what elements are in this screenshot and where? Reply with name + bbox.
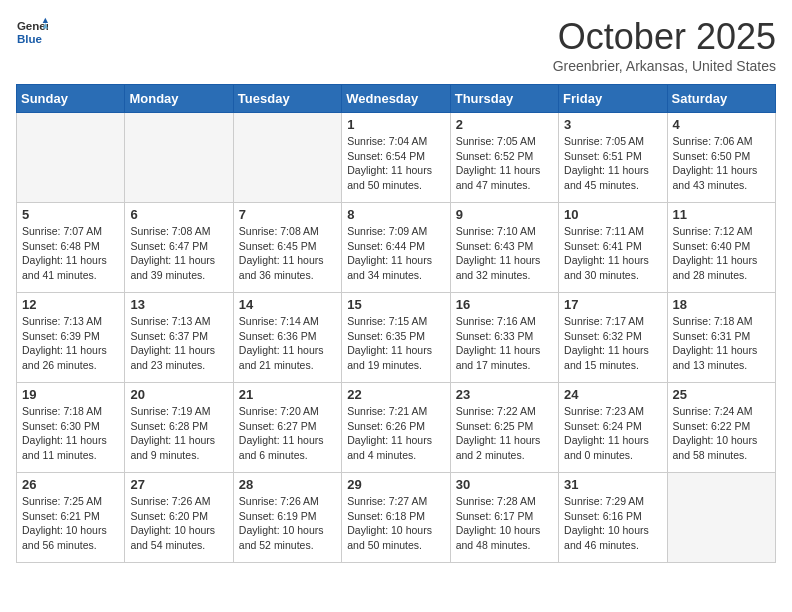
day-number: 23 <box>456 387 553 402</box>
day-info: Sunrise: 7:23 AM Sunset: 6:24 PM Dayligh… <box>564 404 661 463</box>
day-info: Sunrise: 7:16 AM Sunset: 6:33 PM Dayligh… <box>456 314 553 373</box>
table-row: 22Sunrise: 7:21 AM Sunset: 6:26 PM Dayli… <box>342 383 450 473</box>
day-number: 2 <box>456 117 553 132</box>
day-info: Sunrise: 7:10 AM Sunset: 6:43 PM Dayligh… <box>456 224 553 283</box>
table-row: 9Sunrise: 7:10 AM Sunset: 6:43 PM Daylig… <box>450 203 558 293</box>
table-row: 14Sunrise: 7:14 AM Sunset: 6:36 PM Dayli… <box>233 293 341 383</box>
title-block: October 2025 Greenbrier, Arkansas, Unite… <box>553 16 776 74</box>
table-row <box>125 113 233 203</box>
day-info: Sunrise: 7:11 AM Sunset: 6:41 PM Dayligh… <box>564 224 661 283</box>
day-info: Sunrise: 7:12 AM Sunset: 6:40 PM Dayligh… <box>673 224 770 283</box>
table-row: 27Sunrise: 7:26 AM Sunset: 6:20 PM Dayli… <box>125 473 233 563</box>
col-thursday: Thursday <box>450 85 558 113</box>
day-info: Sunrise: 7:26 AM Sunset: 6:20 PM Dayligh… <box>130 494 227 553</box>
day-number: 16 <box>456 297 553 312</box>
day-info: Sunrise: 7:15 AM Sunset: 6:35 PM Dayligh… <box>347 314 444 373</box>
day-info: Sunrise: 7:28 AM Sunset: 6:17 PM Dayligh… <box>456 494 553 553</box>
table-row: 21Sunrise: 7:20 AM Sunset: 6:27 PM Dayli… <box>233 383 341 473</box>
day-number: 5 <box>22 207 119 222</box>
day-number: 1 <box>347 117 444 132</box>
day-number: 20 <box>130 387 227 402</box>
table-row: 5Sunrise: 7:07 AM Sunset: 6:48 PM Daylig… <box>17 203 125 293</box>
day-number: 14 <box>239 297 336 312</box>
calendar-subtitle: Greenbrier, Arkansas, United States <box>553 58 776 74</box>
table-row: 19Sunrise: 7:18 AM Sunset: 6:30 PM Dayli… <box>17 383 125 473</box>
table-row <box>17 113 125 203</box>
table-row: 15Sunrise: 7:15 AM Sunset: 6:35 PM Dayli… <box>342 293 450 383</box>
day-info: Sunrise: 7:21 AM Sunset: 6:26 PM Dayligh… <box>347 404 444 463</box>
day-number: 18 <box>673 297 770 312</box>
day-number: 11 <box>673 207 770 222</box>
day-info: Sunrise: 7:27 AM Sunset: 6:18 PM Dayligh… <box>347 494 444 553</box>
table-row: 6Sunrise: 7:08 AM Sunset: 6:47 PM Daylig… <box>125 203 233 293</box>
day-number: 7 <box>239 207 336 222</box>
day-info: Sunrise: 7:08 AM Sunset: 6:47 PM Dayligh… <box>130 224 227 283</box>
day-number: 21 <box>239 387 336 402</box>
day-info: Sunrise: 7:22 AM Sunset: 6:25 PM Dayligh… <box>456 404 553 463</box>
table-row: 2Sunrise: 7:05 AM Sunset: 6:52 PM Daylig… <box>450 113 558 203</box>
day-info: Sunrise: 7:04 AM Sunset: 6:54 PM Dayligh… <box>347 134 444 193</box>
table-row: 4Sunrise: 7:06 AM Sunset: 6:50 PM Daylig… <box>667 113 775 203</box>
day-info: Sunrise: 7:06 AM Sunset: 6:50 PM Dayligh… <box>673 134 770 193</box>
table-row: 16Sunrise: 7:16 AM Sunset: 6:33 PM Dayli… <box>450 293 558 383</box>
day-number: 6 <box>130 207 227 222</box>
day-info: Sunrise: 7:09 AM Sunset: 6:44 PM Dayligh… <box>347 224 444 283</box>
day-number: 27 <box>130 477 227 492</box>
table-row <box>233 113 341 203</box>
table-row: 18Sunrise: 7:18 AM Sunset: 6:31 PM Dayli… <box>667 293 775 383</box>
day-number: 31 <box>564 477 661 492</box>
table-row: 8Sunrise: 7:09 AM Sunset: 6:44 PM Daylig… <box>342 203 450 293</box>
col-saturday: Saturday <box>667 85 775 113</box>
table-row: 25Sunrise: 7:24 AM Sunset: 6:22 PM Dayli… <box>667 383 775 473</box>
day-number: 25 <box>673 387 770 402</box>
day-number: 4 <box>673 117 770 132</box>
day-info: Sunrise: 7:07 AM Sunset: 6:48 PM Dayligh… <box>22 224 119 283</box>
day-number: 26 <box>22 477 119 492</box>
table-row: 26Sunrise: 7:25 AM Sunset: 6:21 PM Dayli… <box>17 473 125 563</box>
day-info: Sunrise: 7:20 AM Sunset: 6:27 PM Dayligh… <box>239 404 336 463</box>
day-number: 30 <box>456 477 553 492</box>
day-info: Sunrise: 7:25 AM Sunset: 6:21 PM Dayligh… <box>22 494 119 553</box>
col-wednesday: Wednesday <box>342 85 450 113</box>
table-row: 24Sunrise: 7:23 AM Sunset: 6:24 PM Dayli… <box>559 383 667 473</box>
calendar-row: 26Sunrise: 7:25 AM Sunset: 6:21 PM Dayli… <box>17 473 776 563</box>
day-info: Sunrise: 7:05 AM Sunset: 6:52 PM Dayligh… <box>456 134 553 193</box>
day-number: 9 <box>456 207 553 222</box>
calendar-row: 5Sunrise: 7:07 AM Sunset: 6:48 PM Daylig… <box>17 203 776 293</box>
day-info: Sunrise: 7:18 AM Sunset: 6:30 PM Dayligh… <box>22 404 119 463</box>
day-info: Sunrise: 7:05 AM Sunset: 6:51 PM Dayligh… <box>564 134 661 193</box>
table-row: 10Sunrise: 7:11 AM Sunset: 6:41 PM Dayli… <box>559 203 667 293</box>
day-number: 24 <box>564 387 661 402</box>
day-info: Sunrise: 7:26 AM Sunset: 6:19 PM Dayligh… <box>239 494 336 553</box>
day-number: 28 <box>239 477 336 492</box>
day-info: Sunrise: 7:13 AM Sunset: 6:37 PM Dayligh… <box>130 314 227 373</box>
table-row: 3Sunrise: 7:05 AM Sunset: 6:51 PM Daylig… <box>559 113 667 203</box>
logo-icon: General Blue <box>16 16 48 48</box>
col-friday: Friday <box>559 85 667 113</box>
table-row: 31Sunrise: 7:29 AM Sunset: 6:16 PM Dayli… <box>559 473 667 563</box>
svg-text:Blue: Blue <box>17 33 43 45</box>
table-row: 1Sunrise: 7:04 AM Sunset: 6:54 PM Daylig… <box>342 113 450 203</box>
day-number: 22 <box>347 387 444 402</box>
day-info: Sunrise: 7:14 AM Sunset: 6:36 PM Dayligh… <box>239 314 336 373</box>
day-number: 12 <box>22 297 119 312</box>
table-row: 30Sunrise: 7:28 AM Sunset: 6:17 PM Dayli… <box>450 473 558 563</box>
table-row: 20Sunrise: 7:19 AM Sunset: 6:28 PM Dayli… <box>125 383 233 473</box>
table-row: 28Sunrise: 7:26 AM Sunset: 6:19 PM Dayli… <box>233 473 341 563</box>
header-row: Sunday Monday Tuesday Wednesday Thursday… <box>17 85 776 113</box>
table-row: 13Sunrise: 7:13 AM Sunset: 6:37 PM Dayli… <box>125 293 233 383</box>
logo: General Blue <box>16 16 48 48</box>
day-number: 10 <box>564 207 661 222</box>
day-info: Sunrise: 7:24 AM Sunset: 6:22 PM Dayligh… <box>673 404 770 463</box>
table-row <box>667 473 775 563</box>
day-info: Sunrise: 7:13 AM Sunset: 6:39 PM Dayligh… <box>22 314 119 373</box>
day-number: 17 <box>564 297 661 312</box>
col-monday: Monday <box>125 85 233 113</box>
table-row: 23Sunrise: 7:22 AM Sunset: 6:25 PM Dayli… <box>450 383 558 473</box>
calendar-row: 19Sunrise: 7:18 AM Sunset: 6:30 PM Dayli… <box>17 383 776 473</box>
day-number: 13 <box>130 297 227 312</box>
calendar-row: 1Sunrise: 7:04 AM Sunset: 6:54 PM Daylig… <box>17 113 776 203</box>
calendar-row: 12Sunrise: 7:13 AM Sunset: 6:39 PM Dayli… <box>17 293 776 383</box>
day-info: Sunrise: 7:29 AM Sunset: 6:16 PM Dayligh… <box>564 494 661 553</box>
day-number: 15 <box>347 297 444 312</box>
